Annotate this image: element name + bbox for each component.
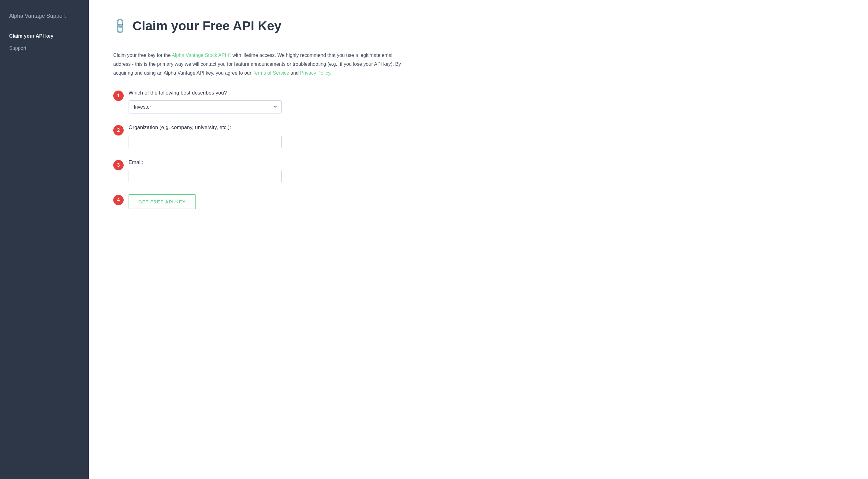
- form-step-1: 1 Which of the following best describes …: [113, 90, 843, 114]
- form-step-2: 2 Organization (e.g. company, university…: [113, 125, 843, 148]
- sidebar-item-support[interactable]: Support: [9, 43, 80, 54]
- description-text-1: Claim your free key for the: [113, 53, 172, 58]
- step-2-label: Organization (e.g. company, university, …: [128, 125, 282, 131]
- step-1-badge: 1: [113, 91, 124, 101]
- description-text-4: .: [330, 70, 332, 75]
- divider: [113, 40, 843, 40]
- sidebar-item-claim-api-key[interactable]: Claim your API key: [9, 31, 80, 41]
- step-2-field: Organization (e.g. company, university, …: [128, 125, 282, 148]
- organization-input[interactable]: [128, 135, 282, 148]
- email-input[interactable]: [128, 170, 282, 183]
- terms-link[interactable]: Terms of Service: [252, 70, 289, 75]
- step-3-field: Email:: [128, 159, 282, 183]
- description-text-3: and: [289, 70, 300, 75]
- sidebar-brand: Alpha Vantage Support: [9, 12, 80, 20]
- form-step-3: 3 Email:: [113, 159, 843, 183]
- step-1-field: Which of the following best describes yo…: [128, 90, 282, 114]
- get-api-key-button[interactable]: GET FREE API KEY: [128, 194, 195, 209]
- key-icon: 🔗: [111, 17, 130, 35]
- step-2-badge: 2: [113, 125, 124, 135]
- form-step-4: 4 GET FREE API KEY: [113, 194, 843, 209]
- page-title: Claim your Free API Key: [132, 18, 281, 34]
- step-1-label: Which of the following best describes yo…: [128, 90, 282, 96]
- page-header: 🔗 Claim your Free API Key: [113, 18, 843, 34]
- sidebar: Alpha Vantage Support Claim your API key…: [0, 0, 89, 479]
- alpha-vantage-link[interactable]: Alpha Vantage Stock API ©: [172, 53, 231, 58]
- step-3-label: Email:: [128, 159, 282, 165]
- sidebar-nav: Claim your API key Support: [9, 31, 80, 54]
- user-type-select[interactable]: Investor Student Developer Academic Rese…: [128, 100, 282, 114]
- main-content: 🔗 Claim your Free API Key Claim your fre…: [89, 0, 868, 479]
- step-4-badge: 4: [113, 195, 124, 205]
- description: Claim your free key for the Alpha Vantag…: [113, 51, 407, 77]
- step-3-badge: 3: [113, 160, 124, 170]
- step-4-field: GET FREE API KEY: [128, 194, 282, 209]
- privacy-link[interactable]: Privacy Policy: [300, 70, 330, 75]
